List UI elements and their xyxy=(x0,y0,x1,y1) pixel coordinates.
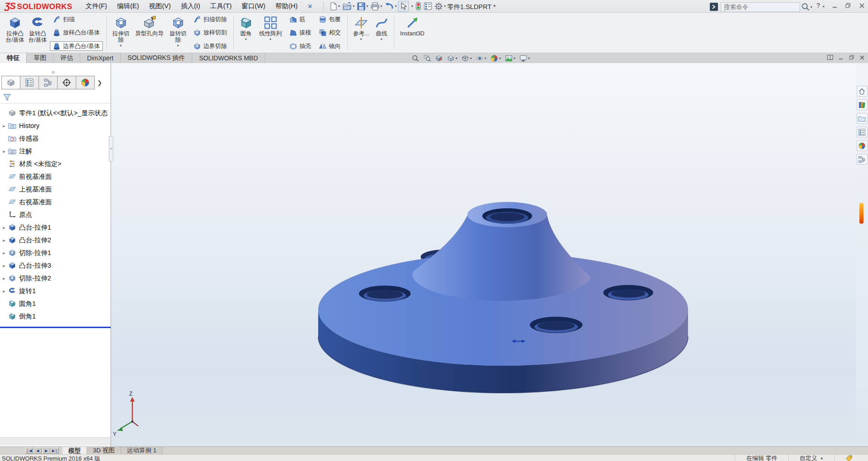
taskpane-file-explorer-button[interactable] xyxy=(857,113,868,124)
tree-item-revolve1[interactable]: ▸ 旋转1 xyxy=(0,284,111,297)
rollback-bar[interactable] xyxy=(0,327,111,328)
panel-expand-chevron[interactable]: ❯ xyxy=(95,76,105,89)
restore-button[interactable] xyxy=(844,2,852,9)
tab-configuration-manager[interactable] xyxy=(39,76,58,89)
tab-3d-views[interactable]: 3D 视图 xyxy=(87,447,121,454)
print-button[interactable]: ▾ xyxy=(369,1,383,12)
menu-insert[interactable]: 插入(I) xyxy=(176,0,205,13)
next-tab-button[interactable]: ▶ xyxy=(42,447,50,454)
expand-arrow-icon[interactable]: ▸ xyxy=(0,123,8,128)
appearance-button[interactable]: ▾ xyxy=(489,54,502,63)
shell-button[interactable]: 抽壳 xyxy=(286,41,314,51)
extrude-cut-button[interactable]: 拉伸切 除 ▾ xyxy=(111,14,131,52)
search-button[interactable]: ▾ xyxy=(800,1,814,12)
flange-hole-right[interactable] xyxy=(603,285,653,300)
instant3d-button[interactable]: Instant3D xyxy=(398,14,427,52)
tree-item-cut-extrude2[interactable]: ▸ 切除-拉伸2 xyxy=(0,272,111,284)
tree-item-material[interactable]: 材质 <未指定> xyxy=(0,157,111,170)
search-shortcut-icon[interactable] xyxy=(710,3,718,11)
menu-view[interactable]: 视图(V) xyxy=(144,0,176,13)
scene-button[interactable]: ▾ xyxy=(504,54,517,63)
tree-item-sensors[interactable]: 传感器 xyxy=(0,132,111,145)
tab-features[interactable]: 特征 xyxy=(0,53,27,63)
panel-horizontal-scrollbar[interactable] xyxy=(0,437,111,446)
tab-display-manager[interactable] xyxy=(76,76,95,89)
tree-item-chamfer1[interactable]: 倒角1 xyxy=(0,310,111,323)
fillet-button[interactable]: 圆角 ▾ xyxy=(238,14,255,52)
doc-close-button[interactable] xyxy=(860,55,864,61)
tree-item-boss-extrude1[interactable]: ▸ 凸台-拉伸1 xyxy=(0,221,111,234)
hole-wizard-button[interactable]: 异型孔向导 xyxy=(133,14,166,52)
taskpane-design-library-button[interactable] xyxy=(857,99,868,110)
taskpane-scroll-indicator[interactable] xyxy=(859,203,863,224)
tab-motion-study[interactable]: 运动算例 1 xyxy=(121,447,163,454)
menu-edit[interactable]: 编辑(E) xyxy=(112,0,144,13)
zoom-fit-button[interactable] xyxy=(410,54,421,63)
doc-minimize-button[interactable] xyxy=(839,55,844,61)
hub-cone-face[interactable] xyxy=(412,216,591,301)
first-tab-button[interactable]: ❘◀ xyxy=(25,447,33,454)
tab-dimxpert[interactable]: DimXpert xyxy=(80,53,121,63)
wrap-button[interactable]: 包覆 xyxy=(316,15,344,24)
flange-hole-left[interactable] xyxy=(359,286,411,302)
graphics-viewport[interactable]: Z Y xyxy=(111,63,856,446)
tab-model[interactable]: 模型 xyxy=(63,447,87,454)
menu-file[interactable]: 文件(F) xyxy=(81,0,112,13)
part-model[interactable]: Z Y xyxy=(111,63,856,446)
flange-hole-bottom[interactable] xyxy=(530,317,582,333)
tree-item-boss-extrude2[interactable]: ▸ 凸台-拉伸2 xyxy=(0,234,111,246)
tree-item-annotations[interactable]: ▸ 注解 xyxy=(0,145,111,157)
tab-property-manager[interactable] xyxy=(20,76,39,89)
loft-cut-button[interactable]: 放样切割 xyxy=(190,28,230,38)
revolve-cut-button[interactable]: 旋转切 除 ▾ xyxy=(168,14,189,52)
filter-icon[interactable] xyxy=(3,93,11,102)
hub-bore-hole[interactable] xyxy=(482,208,532,224)
new-file-button[interactable]: ▾ xyxy=(328,1,341,12)
tree-root[interactable]: 零件1 (默认<<默认>_显示状态 xyxy=(0,107,111,119)
panel-splitter-dot[interactable] xyxy=(52,71,55,74)
view-settings-button[interactable]: ▾ xyxy=(518,54,531,63)
taskpane-appearances-button[interactable] xyxy=(857,140,868,151)
menu-tools[interactable]: 工具(T) xyxy=(205,0,237,13)
extrude-boss-button[interactable]: 拉伸凸 台/基体 xyxy=(5,14,25,52)
loft-button[interactable]: 放样凸台/基体 xyxy=(50,28,103,38)
reference-geometry-button[interactable]: 参考... ▾ xyxy=(351,14,371,52)
doc-restore-button[interactable] xyxy=(849,55,854,61)
mirror-button[interactable]: 镜向 xyxy=(316,41,344,51)
save-button[interactable]: ▾ xyxy=(356,1,369,12)
open-file-button[interactable]: ▾ xyxy=(341,1,356,12)
pin-menu-icon[interactable]: ✈ xyxy=(305,2,314,11)
expand-arrow-icon[interactable]: ▸ xyxy=(0,149,8,154)
tab-dimxpert-manager[interactable] xyxy=(57,76,76,89)
expand-arrow-icon[interactable]: ▸ xyxy=(0,289,8,294)
tree-item-right-plane[interactable]: 右视基准面 xyxy=(0,196,111,208)
status-tag-button[interactable] xyxy=(834,455,863,461)
tab-evaluate[interactable]: 评估 xyxy=(53,53,80,63)
menu-help[interactable]: 帮助(H) xyxy=(270,0,302,13)
doc-panes-button[interactable] xyxy=(827,55,833,61)
menu-window[interactable]: 窗口(W) xyxy=(237,0,270,13)
sweep-button[interactable]: 扫描 xyxy=(50,15,103,24)
tree-item-fillet1[interactable]: 圆角1 xyxy=(0,297,111,310)
tree-item-front-plane[interactable]: 前视基准面 xyxy=(0,170,111,183)
tree-item-history[interactable]: ▸ History xyxy=(0,119,111,132)
expand-arrow-icon[interactable]: ▸ xyxy=(0,250,8,255)
tab-mbd[interactable]: SOLIDWORKS MBD xyxy=(192,53,265,63)
zoom-area-button[interactable] xyxy=(422,54,432,63)
view-orientation-button[interactable]: ▾ xyxy=(446,54,459,63)
tree-item-cut-extrude1[interactable]: ▸ 切除-拉伸1 xyxy=(0,246,111,259)
last-tab-button[interactable]: ▶❘ xyxy=(51,447,59,454)
taskpane-view-palette-button[interactable] xyxy=(857,127,868,137)
boundary-boss-button[interactable]: 边界凸台/基体 xyxy=(50,41,103,51)
panel-collapse-handle[interactable] xyxy=(109,136,113,162)
display-style-button[interactable]: ▾ xyxy=(460,54,473,63)
tab-feature-tree[interactable] xyxy=(1,76,20,89)
minimize-button[interactable] xyxy=(831,2,838,9)
boundary-cut-button[interactable]: 边界切除 xyxy=(190,41,230,51)
expand-arrow-icon[interactable]: ▸ xyxy=(0,263,8,268)
search-input[interactable] xyxy=(721,2,800,12)
linear-pattern-button[interactable]: 线性阵列 ▾ xyxy=(257,14,285,52)
tree-item-top-plane[interactable]: 上视基准面 xyxy=(0,183,111,196)
taskpane-custom-properties-button[interactable] xyxy=(857,154,868,165)
close-button[interactable] xyxy=(858,2,865,9)
